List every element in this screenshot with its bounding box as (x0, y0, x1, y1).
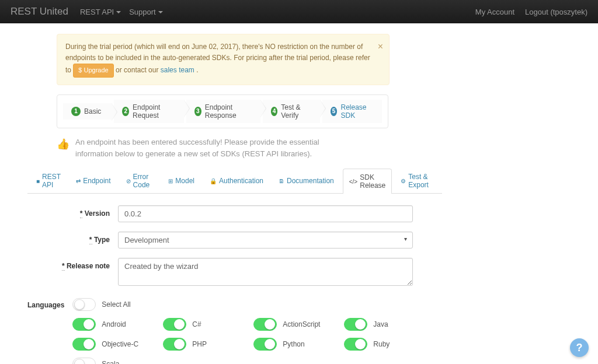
step-release-sdk[interactable]: 5Release SDK (322, 100, 382, 123)
select-all-toggle[interactable] (72, 298, 96, 311)
languages-grid: Select All Android C# ActionScript Java … (72, 297, 429, 364)
nav-logout[interactable]: Logout (tposzytek) (525, 8, 587, 16)
upgrade-button[interactable]: $ Upgrade (73, 64, 113, 78)
tabs: ■REST API ⇄Endpoint ⊘Error Code ⊞Model 🔒… (27, 168, 442, 194)
file-icon: 🗎 (279, 178, 284, 184)
help-bubble[interactable]: ? (570, 338, 589, 357)
row-type: * Type Development (27, 232, 425, 249)
tab-sdk-release[interactable]: </>SDK Release (343, 169, 392, 194)
toggle-php[interactable] (163, 338, 186, 351)
nav-support[interactable]: Support (129, 8, 163, 16)
brand[interactable]: REST United (11, 6, 68, 18)
gear-icon: ⚙ (401, 178, 406, 184)
success-message: 👍 An endpoint has been entered successfu… (57, 136, 388, 160)
label-languages: Languages (27, 297, 72, 309)
toggle-select-all: Select All (72, 298, 157, 311)
caret-icon (116, 11, 121, 13)
type-select[interactable]: Development (118, 232, 413, 249)
toggle-actionscript[interactable] (253, 318, 277, 331)
alert-text-2: or contact our (116, 66, 161, 74)
tab-endpoint[interactable]: ⇄Endpoint (69, 168, 117, 193)
bookmark-icon: ■ (36, 178, 40, 184)
form-area: * Version * Type Development * Release n… (27, 194, 425, 364)
toggle-scala[interactable] (72, 358, 96, 364)
step-basic[interactable]: 1Basic (63, 103, 112, 120)
lock-icon: 🔒 (210, 178, 217, 184)
exchange-icon: ⇄ (76, 178, 81, 184)
tab-error-code[interactable]: ⊘Error Code (120, 168, 160, 193)
toggle-java[interactable] (344, 318, 367, 331)
label-type: * Type (27, 232, 118, 244)
wizard-steps: 1Basic 2Endpoint Request 3Endpoint Respo… (57, 94, 388, 128)
tab-model[interactable]: ⊞Model (162, 168, 201, 193)
version-input[interactable] (118, 205, 413, 222)
nav-rest-api[interactable]: REST API (80, 8, 121, 16)
toggle-ruby[interactable] (344, 338, 367, 351)
close-icon[interactable]: × (378, 39, 383, 54)
row-languages: Languages Select All Android C# ActionSc… (27, 297, 425, 364)
label-version: * Version (27, 205, 118, 218)
grid-icon: ⊞ (168, 178, 173, 184)
step-endpoint-response[interactable]: 3Endpoint Response (186, 100, 260, 123)
main-container: × During the trial period (which will en… (57, 34, 541, 364)
toggle-objective-c[interactable] (72, 338, 96, 351)
ban-icon: ⊘ (126, 178, 131, 184)
tab-documentation[interactable]: 🗎Documentation (272, 168, 340, 193)
caret-icon (158, 11, 163, 13)
success-text: An endpoint has been entered successfull… (75, 136, 350, 160)
trial-alert: × During the trial period (which will en… (57, 34, 390, 85)
step-endpoint-request[interactable]: 2Endpoint Request (114, 100, 184, 123)
tab-authentication[interactable]: 🔒Authentication (203, 168, 270, 193)
thumbs-up-icon: 👍 (57, 138, 69, 150)
code-icon: </> (349, 178, 357, 185)
alert-text-3: . (196, 66, 198, 74)
navbar: REST United REST API Support My Account … (0, 0, 598, 23)
row-version: * Version (27, 205, 425, 222)
release-note-textarea[interactable]: Created by the wizard (118, 258, 413, 286)
tab-rest-api[interactable]: ■REST API (30, 168, 67, 193)
nav-left: REST API Support (80, 8, 163, 16)
label-release-note: * Release note (27, 258, 118, 270)
step-test-verify[interactable]: 4Test & Verify (263, 100, 320, 123)
toggle-android[interactable] (72, 318, 96, 331)
nav-my-account[interactable]: My Account (475, 8, 514, 16)
sales-team-link[interactable]: sales team (161, 66, 194, 74)
tab-test-export[interactable]: ⚙Test & Export (394, 168, 440, 193)
toggle-csharp[interactable] (163, 318, 186, 331)
nav-right: My Account Logout (tposzytek) (475, 8, 587, 16)
row-release-note: * Release note Created by the wizard (27, 258, 425, 288)
toggle-python[interactable] (253, 338, 277, 351)
